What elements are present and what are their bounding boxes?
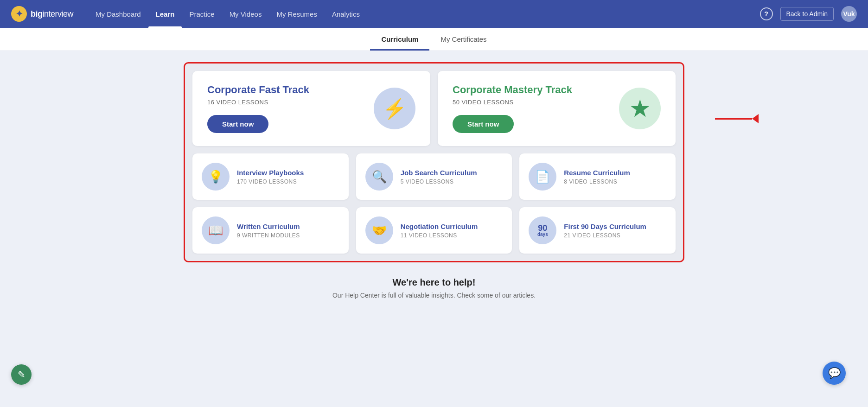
job-search-lessons: 5 VIDEO LESSONS [401, 178, 477, 185]
back-to-admin-button[interactable]: Back to Admin [780, 7, 834, 21]
curriculum-wrapper: Corporate Fast Track 16 VIDEO LESSONS St… [174, 51, 694, 310]
resume-lessons: 8 VIDEO LESSONS [564, 178, 630, 185]
negotiation-curriculum-card[interactable]: 🤝 Negotiation Curriculum 11 VIDEO LESSON… [356, 207, 512, 254]
nav-links: My Dashboard Learn Practice My Videos My… [88, 0, 760, 28]
arrow-line [715, 118, 752, 120]
nav-right: ? Back to Admin Vuk [760, 6, 857, 22]
interview-playbooks-info: Interview Playbooks 170 VIDEO LESSONS [237, 169, 304, 185]
written-icon: 📖 [202, 216, 230, 244]
first-90-days-icon: 90 days [529, 216, 556, 244]
fast-track-start-button[interactable]: Start now [207, 115, 268, 133]
chat-fab-button[interactable]: 💬 [823, 362, 846, 385]
mastery-track-lessons: 50 VIDEO LESSONS [453, 99, 619, 106]
written-lessons: 9 WRITTEN MODULES [237, 232, 300, 239]
fast-track-title: Corporate Fast Track [207, 84, 374, 96]
mastery-track-info: Corporate Mastery Track 50 VIDEO LESSONS… [453, 84, 619, 133]
job-search-info: Job Search Curriculum 5 VIDEO LESSONS [401, 169, 477, 185]
written-info: Written Curriculum 9 WRITTEN MODULES [237, 223, 300, 239]
nav-my-dashboard[interactable]: My Dashboard [88, 0, 148, 28]
written-curriculum-card[interactable]: 📖 Written Curriculum 9 WRITTEN MODULES [192, 207, 349, 254]
right-arrow [715, 114, 759, 123]
first-90-days-info: First 90 Days Curriculum 21 VIDEO LESSON… [564, 223, 646, 239]
job-search-curriculum-card[interactable]: 🔍 Job Search Curriculum 5 VIDEO LESSONS [356, 153, 512, 200]
resume-title: Resume Curriculum [564, 169, 630, 177]
mastery-track-icon: ★ [619, 88, 661, 129]
nav-analytics[interactable]: Analytics [325, 0, 367, 28]
edit-fab-button[interactable]: ✎ [11, 364, 32, 385]
negotiation-icon: 🤝 [365, 216, 393, 244]
job-search-icon: 🔍 [365, 163, 393, 191]
first-90-days-card[interactable]: 90 days First 90 Days Curriculum 21 VIDE… [519, 207, 676, 254]
negotiation-info: Negotiation Curriculum 11 VIDEO LESSONS [401, 223, 478, 239]
arrow-head-icon [752, 114, 759, 123]
corporate-mastery-track-card[interactable]: Corporate Mastery Track 50 VIDEO LESSONS… [438, 71, 676, 146]
interview-playbooks-card[interactable]: 💡 Interview Playbooks 170 VIDEO LESSONS [192, 153, 349, 200]
nav-my-resumes[interactable]: My Resumes [269, 0, 325, 28]
user-avatar[interactable]: Vuk [841, 6, 857, 22]
tab-curriculum[interactable]: Curriculum [370, 28, 429, 51]
tabs-bar: Curriculum My Certificates [0, 28, 868, 51]
first-90-days-title: First 90 Days Curriculum [564, 223, 646, 230]
written-title: Written Curriculum [237, 223, 300, 230]
resume-curriculum-card[interactable]: 📄 Resume Curriculum 8 VIDEO LESSONS [519, 153, 676, 200]
corporate-fast-track-card[interactable]: Corporate Fast Track 16 VIDEO LESSONS St… [192, 71, 430, 146]
page-content: Curriculum My Certificates Corporate Fas… [0, 28, 868, 407]
mastery-track-title: Corporate Mastery Track [453, 84, 619, 96]
nav-practice[interactable]: Practice [182, 0, 222, 28]
interview-playbooks-icon: 💡 [202, 163, 230, 191]
help-button[interactable]: ? [760, 7, 773, 20]
fast-track-info: Corporate Fast Track 16 VIDEO LESSONS St… [207, 84, 374, 133]
brand: ✦ biginterview [11, 6, 73, 22]
resume-icon: 📄 [529, 163, 556, 191]
navbar: ✦ biginterview My Dashboard Learn Practi… [0, 0, 868, 28]
negotiation-title: Negotiation Curriculum [401, 223, 478, 230]
nav-learn[interactable]: Learn [148, 0, 182, 28]
mastery-track-start-button[interactable]: Start now [453, 115, 514, 133]
tab-my-certificates[interactable]: My Certificates [429, 28, 498, 51]
fast-track-icon: ⚡ [374, 88, 415, 129]
nav-my-videos[interactable]: My Videos [222, 0, 269, 28]
negotiation-lessons: 11 VIDEO LESSONS [401, 232, 478, 239]
resume-info: Resume Curriculum 8 VIDEO LESSONS [564, 169, 630, 185]
highlighted-box: Corporate Fast Track 16 VIDEO LESSONS St… [184, 62, 684, 262]
brand-name: biginterview [31, 9, 73, 19]
help-section: We're here to help! Our Help Center is f… [184, 277, 684, 299]
job-search-title: Job Search Curriculum [401, 169, 477, 177]
interview-playbooks-title: Interview Playbooks [237, 169, 304, 177]
curriculum-grid: 💡 Interview Playbooks 170 VIDEO LESSONS … [192, 153, 676, 254]
help-subtitle: Our Help Center is full of valuable insi… [184, 292, 684, 299]
help-title: We're here to help! [184, 277, 684, 288]
first-90-days-lessons: 21 VIDEO LESSONS [564, 232, 646, 239]
tracks-row: Corporate Fast Track 16 VIDEO LESSONS St… [192, 71, 676, 146]
fast-track-lessons: 16 VIDEO LESSONS [207, 99, 374, 106]
brand-logo-icon: ✦ [11, 6, 27, 22]
interview-playbooks-lessons: 170 VIDEO LESSONS [237, 178, 304, 185]
